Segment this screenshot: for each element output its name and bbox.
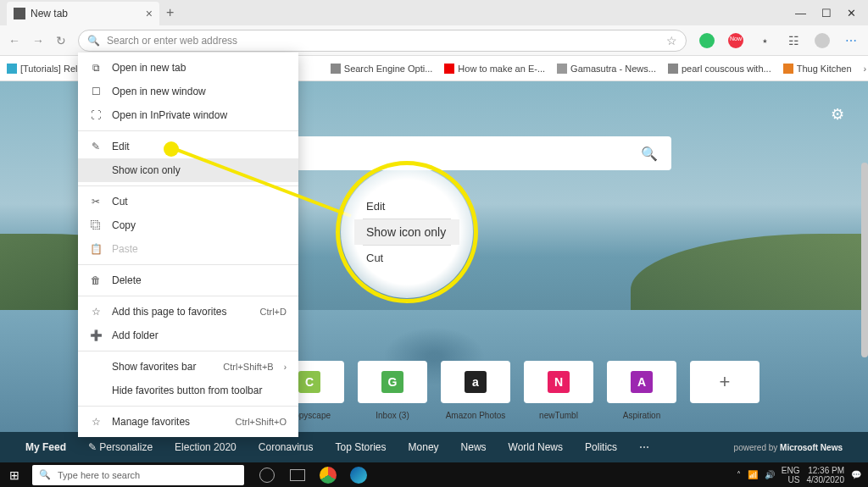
bookmark-item[interactable]: pearl couscous with...: [668, 64, 771, 74]
address-placeholder: Search or enter web address: [107, 35, 237, 47]
chrome-icon[interactable]: [315, 462, 341, 487]
tile-icon: G: [381, 371, 403, 393]
menu-item-show-favorites-bar[interactable]: Show favorites barCtrl+Shift+B›: [78, 355, 298, 379]
menu-item-copy[interactable]: ⿻Copy: [78, 213, 298, 237]
menu-item-label: Hide favorites button from toolbar: [112, 385, 287, 396]
menu-item-icon: ➕: [90, 329, 102, 341]
start-button[interactable]: ⊞: [0, 462, 29, 487]
bookmark-favicon-icon: [331, 64, 341, 74]
powered-by-label: powered by Microsoft News: [734, 443, 843, 452]
more-button[interactable]: ⋯: [843, 32, 860, 49]
minimize-button[interactable]: —: [795, 7, 806, 19]
menu-item-icon: 📋: [90, 243, 102, 255]
menu-item-label: Delete: [112, 274, 287, 286]
tab-title: New tab: [31, 8, 68, 19]
menu-separator: [78, 406, 298, 407]
edge-icon[interactable]: [346, 462, 371, 487]
menu-item-open-in-inprivate-window[interactable]: ⛶Open in InPrivate window: [78, 103, 298, 127]
feed-nav-item[interactable]: ✎ Personalize: [88, 441, 153, 453]
extension-1-icon[interactable]: [698, 32, 715, 49]
scrollbar[interactable]: [861, 163, 868, 357]
bookmark-favicon-icon: [783, 64, 793, 74]
menu-item-label: Manage favorites: [112, 416, 225, 428]
tray-overflow-icon[interactable]: ˄: [737, 470, 741, 479]
window-controls: — ☐ ✕: [783, 7, 868, 19]
menu-item-open-in-new-tab[interactable]: ⧉Open in new tab: [78, 56, 298, 80]
feed-nav-item[interactable]: My Feed: [25, 441, 66, 453]
feed-nav-item[interactable]: Top Stories: [336, 441, 387, 453]
menu-item-add-this-page-to-favorites[interactable]: ☆Add this page to favoritesCtrl+D: [78, 300, 298, 324]
tile-icon: N: [548, 371, 570, 393]
quick-link-tile[interactable]: G: [358, 361, 427, 403]
tile-icon: a: [465, 371, 487, 393]
browser-tab[interactable]: New tab ×: [7, 2, 159, 25]
tile-label: Aspiration: [607, 411, 676, 420]
menu-item-icon: ✂: [90, 196, 102, 208]
menu-item-edit[interactable]: ✎Edit: [78, 135, 298, 158]
menu-item-add-folder[interactable]: ➕Add folder: [78, 324, 298, 347]
menu-item-open-in-new-window[interactable]: ☐Open in new window: [78, 80, 298, 103]
quick-link-tile[interactable]: N: [524, 361, 593, 403]
feed-more-button[interactable]: ⋯: [639, 441, 649, 453]
menu-separator: [78, 264, 298, 265]
bookmarks-overflow-button[interactable]: ›: [864, 64, 867, 74]
bookmark-favicon-icon: [7, 64, 17, 74]
wifi-icon[interactable]: 📶: [748, 470, 758, 479]
menu-separator: [78, 185, 298, 186]
menu-item-delete[interactable]: 🗑Delete: [78, 268, 298, 292]
menu-item-show-icon-only[interactable]: Show icon only: [78, 158, 298, 182]
menu-item-hide-favorites-button-from-toolbar[interactable]: Hide favorites button from toolbar: [78, 379, 298, 402]
quick-link-tile[interactable]: A: [607, 361, 676, 403]
forward-button[interactable]: →: [32, 34, 44, 47]
favorite-star-icon[interactable]: ☆: [666, 34, 677, 47]
address-bar[interactable]: 🔍 Search or enter web address ☆: [78, 30, 687, 52]
browser-toolbar: ← → ↻ 🔍 Search or enter web address ☆ ⋆ …: [0, 25, 868, 56]
maximize-button[interactable]: ☐: [821, 7, 832, 19]
page-settings-button[interactable]: ⚙: [831, 105, 844, 124]
bookmark-favicon-icon: [444, 64, 454, 74]
feed-nav-item[interactable]: News: [461, 441, 487, 453]
plus-icon: +: [720, 371, 731, 393]
menu-separator: [78, 296, 298, 296]
menu-item-paste: 📋Paste: [78, 237, 298, 261]
feed-nav-item[interactable]: Coronavirus: [259, 441, 314, 453]
tab-close-button[interactable]: ×: [146, 7, 153, 20]
extension-2-icon[interactable]: [727, 32, 744, 49]
feed-nav-item[interactable]: Money: [409, 441, 439, 453]
back-button[interactable]: ←: [8, 34, 20, 47]
taskbar-search[interactable]: 🔍 Type here to search: [32, 465, 244, 485]
clock[interactable]: 12:36 PM 4/30/2020: [807, 466, 845, 484]
language-indicator[interactable]: ENG US: [782, 466, 800, 484]
menu-item-label: Paste: [112, 243, 287, 255]
quick-link-tile[interactable]: a: [441, 361, 510, 403]
windows-taskbar: ⊞ 🔍 Type here to search ˄ 📶 🔊 ENG US 12:…: [0, 462, 868, 487]
bookmark-item[interactable]: Search Engine Opti...: [331, 64, 433, 74]
task-view-icon[interactable]: [285, 462, 310, 487]
volume-icon[interactable]: 🔊: [765, 470, 775, 479]
add-tile-button[interactable]: +: [690, 361, 760, 403]
refresh-button[interactable]: ↻: [56, 34, 66, 47]
menu-shortcut: Ctrl+D: [260, 307, 287, 317]
menu-item-manage-favorites[interactable]: ☆Manage favoritesCtrl+Shift+O: [78, 410, 298, 434]
menu-shortcut: Ctrl+Shift+O: [235, 417, 287, 427]
feed-nav-item[interactable]: Politics: [585, 441, 617, 453]
window-titlebar: New tab × + — ☐ ✕: [0, 0, 868, 25]
collections-button[interactable]: ☷: [785, 32, 802, 49]
menu-item-label: Add folder: [112, 329, 287, 341]
bookmark-item[interactable]: Gamasutra - News...: [557, 64, 656, 74]
bookmark-item[interactable]: Thug Kitchen: [783, 64, 852, 74]
feed-nav-item[interactable]: World News: [509, 441, 563, 453]
menu-separator: [78, 130, 298, 131]
feed-nav-item[interactable]: Election 2020: [175, 441, 236, 453]
notifications-icon[interactable]: 💬: [851, 470, 861, 479]
menu-item-cut[interactable]: ✂Cut: [78, 190, 298, 213]
new-tab-button[interactable]: +: [166, 5, 174, 20]
menu-shortcut: Ctrl+Shift+B: [223, 362, 273, 372]
menu-item-label: Edit: [112, 141, 287, 152]
context-menu: ⧉Open in new tab☐Open in new window⛶Open…: [78, 53, 298, 437]
profile-button[interactable]: [814, 32, 831, 49]
favorites-button[interactable]: ⋆: [756, 32, 773, 49]
bookmark-item[interactable]: How to make an E-...: [444, 64, 545, 74]
cortana-icon[interactable]: [254, 462, 280, 487]
close-window-button[interactable]: ✕: [847, 7, 856, 19]
